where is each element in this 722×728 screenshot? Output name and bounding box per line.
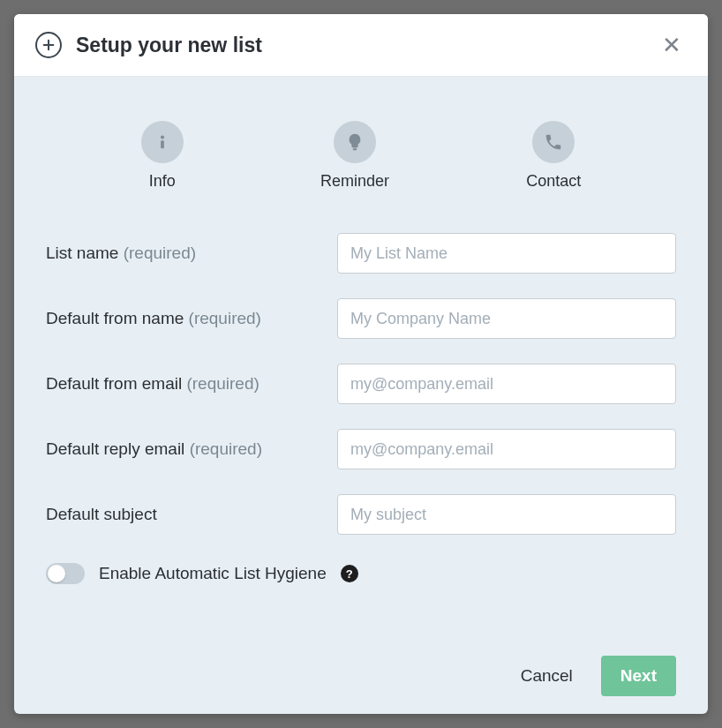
plus-circle-icon [35, 32, 62, 58]
lightbulb-icon [334, 121, 376, 163]
hygiene-toggle[interactable] [46, 563, 85, 584]
row-list-name: List name (required) [46, 233, 676, 274]
row-reply-email: Default reply email (required) [46, 429, 676, 469]
step-label: Info [141, 172, 184, 191]
from-email-input[interactable] [337, 364, 676, 404]
svg-rect-4 [353, 148, 357, 150]
svg-point-2 [161, 135, 164, 139]
step-label: Contact [526, 172, 581, 191]
step-info[interactable]: Info [141, 121, 184, 191]
step-label: Reminder [320, 172, 389, 191]
subject-input[interactable] [337, 494, 676, 535]
label-from-name: Default from name (required) [46, 309, 337, 328]
help-icon[interactable]: ? [341, 565, 358, 582]
reply-email-input[interactable] [337, 429, 676, 469]
label-reply-email: Default reply email (required) [46, 439, 337, 459]
hygiene-label: Enable Automatic List Hygiene [99, 564, 327, 583]
info-icon [141, 121, 184, 163]
setup-list-modal: Setup your new list ✕ Info Reminder C [14, 14, 708, 714]
row-from-email: Default from email (required) [46, 364, 676, 404]
modal-title: Setup your new list [76, 34, 657, 57]
cancel-button[interactable]: Cancel [514, 657, 580, 694]
label-from-email: Default from email (required) [46, 374, 337, 394]
list-name-input[interactable] [337, 233, 676, 274]
label-list-name: List name (required) [46, 244, 337, 263]
toggle-knob [48, 565, 65, 582]
row-subject: Default subject [46, 494, 676, 535]
step-reminder[interactable]: Reminder [320, 121, 389, 191]
close-icon[interactable]: ✕ [657, 30, 687, 60]
modal-header: Setup your new list ✕ [14, 14, 708, 77]
phone-icon [532, 121, 575, 163]
from-name-input[interactable] [337, 298, 676, 339]
label-subject: Default subject [46, 505, 337, 524]
modal-body: Info Reminder Contact List name (require… [14, 77, 708, 714]
row-from-name: Default from name (required) [46, 298, 676, 339]
step-contact[interactable]: Contact [526, 121, 581, 191]
svg-rect-3 [161, 140, 164, 148]
next-button[interactable]: Next [601, 656, 676, 696]
modal-footer: Cancel Next [46, 638, 676, 696]
row-list-hygiene: Enable Automatic List Hygiene ? [46, 563, 676, 584]
wizard-steps: Info Reminder Contact [72, 121, 650, 191]
